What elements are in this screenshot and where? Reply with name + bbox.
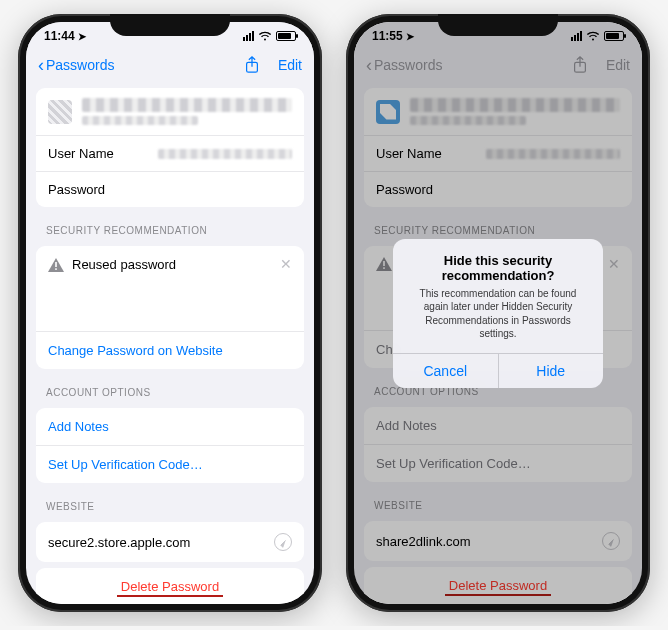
edit-button[interactable]: Edit bbox=[278, 57, 302, 73]
verification-row[interactable]: Set Up Verification Code… bbox=[36, 446, 304, 483]
screen: 11:44 ➤ ‹ Passwords Edit bbox=[26, 22, 314, 604]
back-label: Passwords bbox=[46, 57, 114, 73]
status-time: 11:44 bbox=[44, 29, 75, 43]
username-row[interactable]: User Name bbox=[36, 136, 304, 172]
modal-message: This recommendation can be found again l… bbox=[407, 287, 589, 341]
username-value-redacted bbox=[158, 149, 292, 159]
delete-password-button[interactable]: Delete Password bbox=[36, 568, 304, 604]
battery-icon bbox=[276, 31, 296, 41]
signal-icon bbox=[243, 31, 254, 41]
screen: 11:55 ➤ ‹ Passwords Edit bbox=[354, 22, 642, 604]
notch bbox=[438, 14, 558, 36]
site-favicon bbox=[48, 100, 72, 124]
website-card: secure2.store.apple.com bbox=[36, 522, 304, 562]
location-icon: ➤ bbox=[78, 31, 86, 42]
options-header: ACCOUNT OPTIONS bbox=[26, 375, 314, 402]
phone-right: 11:55 ➤ ‹ Passwords Edit bbox=[346, 14, 650, 612]
dismiss-icon[interactable]: ✕ bbox=[280, 256, 292, 272]
modal-title: Hide this security recommendation? bbox=[407, 253, 589, 283]
svg-rect-2 bbox=[55, 268, 57, 270]
website-url: secure2.store.apple.com bbox=[48, 535, 190, 550]
hide-button[interactable]: Hide bbox=[498, 354, 604, 388]
reused-label: Reused password bbox=[72, 257, 176, 272]
options-card: Add Notes Set Up Verification Code… bbox=[36, 408, 304, 483]
password-label: Password bbox=[48, 182, 105, 197]
delete-card: Delete Password bbox=[36, 568, 304, 604]
site-subtitle-redacted bbox=[82, 116, 198, 125]
security-header: SECURITY RECOMMENDATION bbox=[26, 213, 314, 240]
modal-backdrop: Hide this security recommendation? This … bbox=[354, 22, 642, 604]
share-icon[interactable] bbox=[244, 56, 260, 74]
username-label: User Name bbox=[48, 146, 114, 161]
website-row[interactable]: secure2.store.apple.com bbox=[36, 522, 304, 562]
wifi-icon bbox=[258, 31, 272, 41]
password-row[interactable]: Password bbox=[36, 172, 304, 207]
website-header: WEBSITE bbox=[26, 489, 314, 516]
reused-password-row[interactable]: Reused password ✕ bbox=[36, 246, 304, 283]
site-title-redacted bbox=[82, 98, 292, 112]
add-notes-row[interactable]: Add Notes bbox=[36, 408, 304, 446]
delete-label: Delete Password bbox=[121, 579, 219, 594]
warning-icon bbox=[48, 258, 64, 272]
back-button[interactable]: ‹ Passwords bbox=[38, 57, 114, 73]
change-password-link[interactable]: Change Password on Website bbox=[36, 331, 304, 369]
hide-recommendation-modal: Hide this security recommendation? This … bbox=[393, 239, 603, 388]
phone-left: 11:44 ➤ ‹ Passwords Edit bbox=[18, 14, 322, 612]
svg-rect-1 bbox=[55, 262, 57, 267]
safari-icon[interactable] bbox=[274, 533, 292, 551]
security-card: Reused password ✕ Change Password on Web… bbox=[36, 246, 304, 369]
notch bbox=[110, 14, 230, 36]
nav-bar: ‹ Passwords Edit bbox=[26, 50, 314, 82]
account-card: User Name Password bbox=[36, 88, 304, 207]
cancel-button[interactable]: Cancel bbox=[393, 354, 498, 388]
